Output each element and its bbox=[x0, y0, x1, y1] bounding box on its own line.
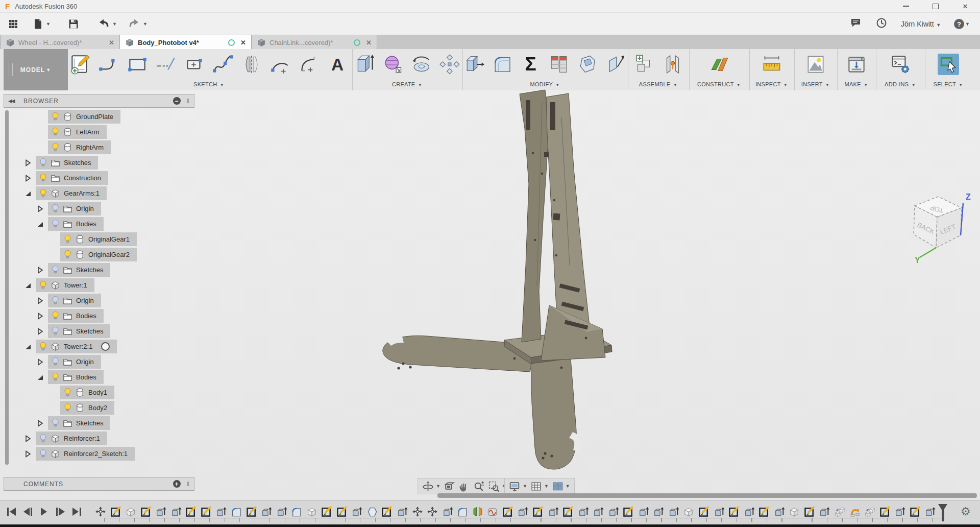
tree-item-label[interactable]: OriginalGear2 bbox=[88, 251, 130, 258]
ribbon-group-label[interactable]: MAKE ▼ bbox=[838, 81, 875, 87]
timeline-feature-sketch[interactable] bbox=[502, 506, 513, 517]
timeline-feature-sketch[interactable] bbox=[728, 506, 740, 517]
ribbon-group-label[interactable]: MODIFY ▼ bbox=[463, 81, 627, 87]
in-measure-icon[interactable] bbox=[760, 53, 783, 76]
mo-sigma-icon[interactable] bbox=[519, 53, 542, 76]
ribbon-group-label[interactable]: ASSEMBLE ▼ bbox=[628, 81, 688, 87]
mk-print-icon[interactable] bbox=[845, 53, 868, 76]
go-to-start-button[interactable] bbox=[5, 506, 17, 518]
tree-item-label[interactable]: Reinforcer2_Sketch:1 bbox=[64, 450, 128, 458]
timeline-feature-move[interactable] bbox=[412, 506, 423, 517]
redo-button[interactable]: ▼ bbox=[128, 16, 148, 32]
timeline-feature-flip[interactable] bbox=[849, 506, 861, 517]
workspace-selector[interactable]: MODEL ▼ bbox=[4, 49, 68, 90]
timeline-feature-sketch[interactable] bbox=[623, 506, 634, 517]
panel-grip-icon[interactable]: ‖ bbox=[187, 481, 190, 488]
mo-fillet-icon[interactable] bbox=[491, 53, 514, 76]
timeline-feature-sketch[interactable] bbox=[140, 506, 152, 517]
maximize-button[interactable] bbox=[921, 0, 950, 12]
tree-item-label[interactable]: LeftArm bbox=[76, 128, 100, 136]
timeline-feature-move[interactable] bbox=[427, 506, 438, 517]
sk-text-icon[interactable] bbox=[326, 53, 349, 76]
go-to-end-button[interactable] bbox=[70, 506, 83, 518]
expand-collapsed-icon[interactable] bbox=[37, 205, 44, 212]
sk-arc2-icon[interactable] bbox=[297, 53, 321, 76]
timeline-feature-body[interactable] bbox=[125, 506, 136, 517]
sk-line-icon[interactable] bbox=[97, 53, 120, 76]
app-grid-menu-button[interactable] bbox=[7, 16, 19, 32]
timeline-feature-extrude[interactable] bbox=[593, 506, 604, 517]
close-button[interactable]: ✕ bbox=[950, 0, 980, 12]
timeline-feature-mirror[interactable] bbox=[472, 506, 483, 517]
timeline-feature-extrude[interactable] bbox=[155, 506, 166, 517]
expand-expanded-icon[interactable] bbox=[24, 190, 32, 197]
tree-item-label[interactable]: Sketches bbox=[76, 266, 103, 274]
visibility-bulb-off-icon[interactable] bbox=[39, 434, 47, 444]
tree-item-label[interactable]: OriginalGear1 bbox=[88, 235, 130, 243]
zoom-button[interactable] bbox=[473, 481, 485, 492]
timeline-feature-sketch[interactable] bbox=[201, 506, 212, 517]
timeline-feature-sketch[interactable] bbox=[562, 506, 574, 517]
tree-item-label[interactable]: GearArms:1 bbox=[64, 189, 100, 197]
cr-pattern-icon[interactable] bbox=[438, 53, 461, 76]
visibility-bulb-on-icon[interactable] bbox=[52, 311, 59, 321]
timeline-feature-sketch[interactable] bbox=[698, 506, 709, 517]
visibility-bulb-off-icon[interactable] bbox=[52, 326, 59, 337]
sk-slot-icon[interactable] bbox=[183, 53, 206, 76]
tree-item-label[interactable]: Origin bbox=[76, 358, 94, 366]
ribbon-group-label[interactable]: SELECT ▼ bbox=[925, 81, 971, 87]
timeline-feature-copy[interactable] bbox=[864, 506, 875, 517]
help-menu[interactable]: ? ▼ bbox=[954, 19, 970, 29]
timeline-feature-extrude[interactable] bbox=[261, 506, 272, 517]
as-joint-icon[interactable] bbox=[661, 53, 684, 76]
mo-split-icon[interactable] bbox=[576, 53, 599, 76]
tree-item-label[interactable]: Tower:1 bbox=[64, 281, 87, 289]
expand-collapsed-icon[interactable] bbox=[37, 313, 44, 320]
visibility-bulb-on-icon[interactable] bbox=[64, 250, 71, 260]
tree-item-label[interactable]: Bodies bbox=[76, 220, 96, 228]
expand-collapsed-icon[interactable] bbox=[24, 435, 32, 442]
tab-close-icon[interactable]: ✕ bbox=[240, 39, 246, 46]
timeline-feature-extrude[interactable] bbox=[351, 506, 362, 517]
browser-panel-header[interactable]: ◀◀ BROWSER − ‖ bbox=[4, 94, 194, 108]
tree-item-label[interactable]: Tower:2:1 bbox=[64, 343, 92, 350]
timeline-feature-extrude[interactable] bbox=[924, 506, 936, 517]
visibility-bulb-off-icon[interactable] bbox=[52, 296, 59, 306]
ribbon-group-label[interactable]: INSPECT ▼ bbox=[750, 81, 793, 87]
timeline-feature-sketch[interactable] bbox=[336, 506, 348, 517]
view-cube[interactable]: TOP BACK LEFT Z Y bbox=[903, 187, 980, 267]
timeline-feature-body[interactable] bbox=[306, 506, 317, 517]
sk-spline-icon[interactable] bbox=[211, 53, 235, 76]
visibility-bulb-off-icon[interactable] bbox=[39, 449, 47, 459]
expand-collapsed-icon[interactable] bbox=[37, 297, 44, 304]
expand-collapsed-icon[interactable] bbox=[24, 175, 32, 182]
mo-params-icon[interactable] bbox=[548, 53, 571, 76]
timeline-feature-extrude[interactable] bbox=[774, 506, 785, 517]
tab-close-icon[interactable]: ✕ bbox=[366, 39, 372, 46]
timeline-feature-move[interactable] bbox=[95, 506, 106, 517]
comments-panel-header[interactable]: COMMENTS + ‖ bbox=[4, 477, 194, 491]
document-tab[interactable]: Body_Photobot v4*✕ bbox=[120, 35, 252, 50]
visibility-bulb-off-icon[interactable] bbox=[39, 158, 47, 168]
look-at-button[interactable] bbox=[444, 481, 455, 492]
tree-item-label[interactable]: Construction bbox=[64, 174, 101, 182]
sk-rect-icon[interactable] bbox=[126, 53, 149, 76]
expand-collapsed-icon[interactable] bbox=[24, 450, 32, 458]
document-tab[interactable]: ChainLink...covered)*✕ bbox=[252, 35, 377, 50]
visibility-bulb-off-icon[interactable] bbox=[52, 265, 59, 275]
cr-revolve-icon[interactable] bbox=[410, 53, 433, 76]
tree-item-label[interactable]: GroundPlate bbox=[76, 113, 113, 121]
job-status-icon[interactable] bbox=[875, 17, 888, 31]
collapse-panel-icon[interactable]: ◀◀ bbox=[8, 98, 14, 104]
ribbon-group-label[interactable]: SKETCH ▼ bbox=[68, 81, 350, 87]
expand-expanded-icon[interactable] bbox=[24, 343, 32, 350]
timeline-feature-extrude[interactable] bbox=[608, 506, 619, 517]
visibility-bulb-on-icon[interactable] bbox=[64, 234, 71, 245]
sk-constr-icon[interactable] bbox=[154, 53, 178, 76]
timeline-feature-extrude[interactable] bbox=[276, 506, 287, 517]
user-account-menu[interactable]: Jörn Kiwitt ▼ bbox=[901, 19, 941, 29]
tree-item-label[interactable]: RightArm bbox=[76, 143, 104, 151]
timeline-feature-fillet[interactable] bbox=[291, 506, 302, 517]
timeline-feature-extrude[interactable] bbox=[517, 506, 528, 517]
visibility-bulb-on-icon[interactable] bbox=[39, 188, 47, 199]
